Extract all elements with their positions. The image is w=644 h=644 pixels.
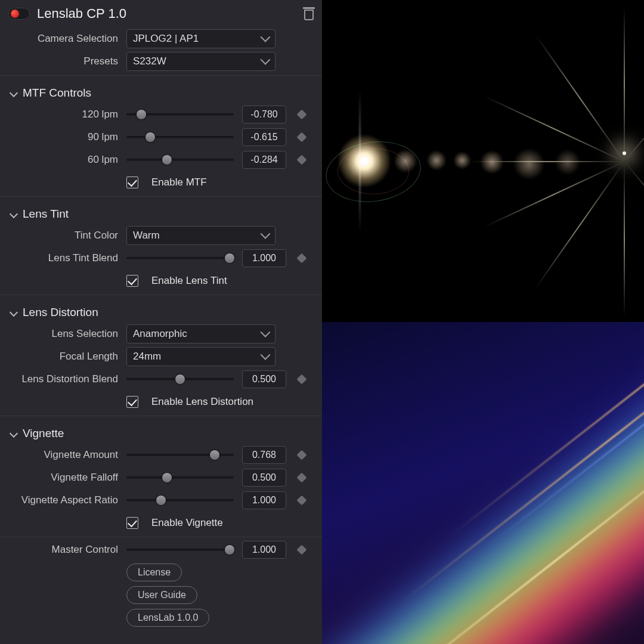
- chevron-down-icon: [11, 431, 17, 436]
- master-label: Master Control: [6, 544, 122, 556]
- about-row: LensLab 1.0.0: [0, 606, 322, 629]
- lens-selection-dropdown[interactable]: Anamorphic: [126, 324, 275, 343]
- keyframe-icon[interactable]: [297, 374, 307, 385]
- dist-enable-label: Enable Lens Distortion: [151, 396, 253, 408]
- mtf-enable-checkbox[interactable]: [126, 177, 138, 188]
- tint-color-dropdown[interactable]: Warm: [126, 226, 275, 245]
- mtf-120-row: 120 lpm -0.780: [0, 103, 322, 126]
- vig-amount-value[interactable]: 0.768: [242, 446, 286, 464]
- keyframe-icon[interactable]: [297, 496, 307, 506]
- presets-row: Presets S232W: [0, 50, 322, 73]
- effect-title: Lenslab CP 1.0: [37, 6, 296, 21]
- focal-length-row: Focal Length 24mm: [0, 345, 322, 368]
- master-slider[interactable]: [126, 543, 234, 557]
- keyframe-icon[interactable]: [297, 110, 307, 120]
- keyframe-icon[interactable]: [297, 473, 307, 483]
- tint-blend-row: Lens Tint Blend 1.000: [0, 247, 322, 270]
- camera-selection-value: JPLOG2 | AP1: [133, 33, 199, 45]
- keyframe-icon[interactable]: [297, 155, 307, 165]
- vig-amount-row: Vignette Amount 0.768: [0, 444, 322, 466]
- vig-section-title: Vignette: [23, 427, 64, 440]
- focal-length-label: Focal Length: [6, 351, 122, 363]
- license-row: License: [0, 561, 322, 584]
- dist-enable-checkbox[interactable]: [126, 396, 138, 408]
- vig-aspect-slider[interactable]: [126, 493, 234, 507]
- master-value[interactable]: 1.000: [242, 541, 286, 559]
- tint-enable-label: Enable Lens Tint: [151, 275, 227, 287]
- mtf-60-slider[interactable]: [126, 153, 234, 167]
- dist-blend-value[interactable]: 0.500: [242, 370, 286, 388]
- dist-blend-row: Lens Distortion Blend 0.500: [0, 368, 322, 391]
- chevron-down-icon: [11, 309, 17, 315]
- dist-section-header[interactable]: Lens Distortion: [0, 301, 322, 323]
- mtf-90-value[interactable]: -0.615: [242, 128, 286, 146]
- tint-blend-label: Lens Tint Blend: [6, 252, 122, 264]
- camera-selection-dropdown[interactable]: JPLOG2 | AP1: [126, 29, 275, 48]
- vig-falloff-row: Vignette Falloff 0.500: [0, 466, 322, 489]
- vig-falloff-slider[interactable]: [126, 470, 234, 485]
- tint-color-row: Tint Color Warm: [0, 224, 322, 247]
- user-guide-button[interactable]: User Guide: [126, 586, 197, 604]
- mtf-120-value[interactable]: -0.780: [242, 106, 286, 123]
- vig-enable-checkbox[interactable]: [126, 517, 138, 529]
- mtf-60-value[interactable]: -0.284: [242, 151, 286, 169]
- vig-falloff-value[interactable]: 0.500: [242, 469, 286, 487]
- focal-length-value: 24mm: [133, 351, 161, 363]
- chevron-down-icon: [262, 330, 269, 338]
- master-row: Master Control 1.000: [0, 538, 322, 561]
- camera-selection-label: Camera Selection: [6, 33, 122, 45]
- keyframe-icon[interactable]: [297, 450, 307, 460]
- keyframe-icon[interactable]: [297, 545, 307, 555]
- vig-section-header[interactable]: Vignette: [0, 422, 322, 444]
- mtf-120-label: 120 lpm: [6, 109, 122, 120]
- dist-blend-slider[interactable]: [126, 372, 234, 386]
- tint-section-title: Lens Tint: [23, 208, 69, 221]
- mtf-section-header[interactable]: MTF Controls: [0, 82, 322, 103]
- mtf-90-row: 90 lpm -0.615: [0, 126, 322, 148]
- focal-length-dropdown[interactable]: 24mm: [126, 347, 275, 366]
- lens-selection-row: Lens Selection Anamorphic: [0, 323, 322, 345]
- mtf-90-label: 90 lpm: [6, 131, 122, 143]
- vig-enable-label: Enable Vignette: [151, 517, 223, 529]
- chevron-down-icon: [11, 90, 17, 96]
- mtf-90-slider[interactable]: [126, 130, 234, 144]
- vig-aspect-label: Vignette Aspect Ratio: [6, 494, 122, 506]
- chevron-down-icon: [11, 211, 17, 217]
- tint-blend-slider[interactable]: [126, 251, 234, 265]
- dist-blend-label: Lens Distortion Blend: [6, 373, 122, 385]
- effect-panel: Lenslab CP 1.0 Camera Selection JPLOG2 |…: [0, 0, 322, 644]
- chevron-down-icon: [262, 58, 269, 65]
- presets-dropdown[interactable]: S232W: [126, 52, 275, 71]
- preview-rainbow: [322, 322, 644, 644]
- about-button[interactable]: LensLab 1.0.0: [126, 609, 209, 627]
- vig-aspect-row: Vignette Aspect Ratio 1.000: [0, 489, 322, 512]
- mtf-120-slider[interactable]: [126, 107, 234, 122]
- chevron-down-icon: [262, 232, 269, 239]
- mtf-60-label: 60 lpm: [6, 154, 122, 166]
- titlebar: Lenslab CP 1.0: [0, 0, 322, 27]
- tint-color-label: Tint Color: [6, 230, 122, 242]
- presets-label: Presets: [6, 55, 122, 67]
- keyframe-icon[interactable]: [297, 253, 307, 264]
- guide-row: User Guide: [0, 584, 322, 606]
- vig-falloff-label: Vignette Falloff: [6, 472, 122, 484]
- enable-effect-toggle[interactable]: [8, 8, 30, 20]
- license-button[interactable]: License: [126, 564, 182, 581]
- mtf-section-title: MTF Controls: [23, 86, 91, 100]
- delete-effect-icon[interactable]: [303, 7, 315, 20]
- vig-amount-slider[interactable]: [126, 448, 234, 462]
- camera-selection-row: Camera Selection JPLOG2 | AP1: [0, 27, 322, 50]
- mtf-60-row: 60 lpm -0.284: [0, 148, 322, 171]
- tint-color-value: Warm: [133, 230, 160, 242]
- presets-value: S232W: [133, 55, 166, 67]
- vig-enable-row: Enable Vignette: [0, 512, 322, 534]
- dist-section-title: Lens Distortion: [23, 306, 98, 319]
- mtf-enable-row: Enable MTF: [0, 171, 322, 194]
- tint-enable-checkbox[interactable]: [126, 275, 138, 287]
- lens-selection-label: Lens Selection: [6, 328, 122, 340]
- vig-aspect-value[interactable]: 1.000: [242, 491, 286, 509]
- keyframe-icon[interactable]: [297, 132, 307, 143]
- tint-blend-value[interactable]: 1.000: [242, 249, 286, 267]
- tint-section-header[interactable]: Lens Tint: [0, 203, 322, 224]
- chevron-down-icon: [262, 353, 269, 360]
